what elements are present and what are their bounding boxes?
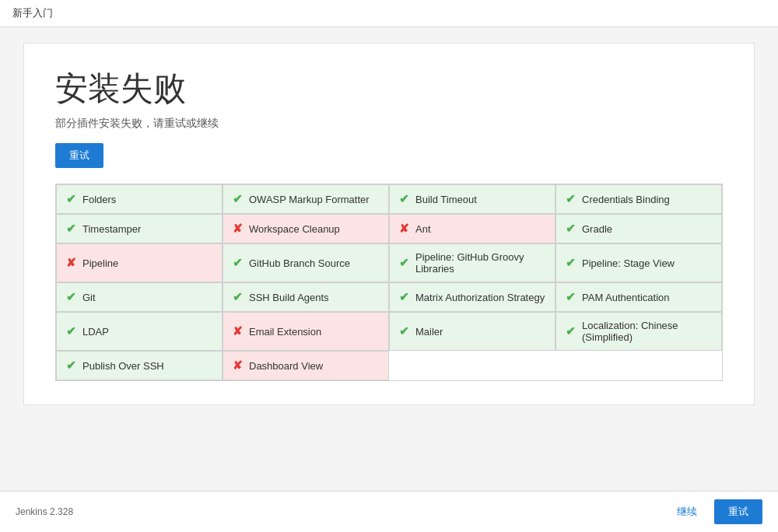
plugin-cell: ✘Ant <box>389 214 555 243</box>
plugin-name: SSH Build Agents <box>249 292 329 303</box>
plugin-cell: ✘Workspace Cleanup <box>223 214 389 243</box>
plugin-name: Folders <box>82 194 116 205</box>
plugin-cell: ✔LDAP <box>56 312 223 351</box>
plugin-name: Pipeline: GitHub Groovy Libraries <box>415 251 545 275</box>
cross-icon: ✘ <box>233 359 243 373</box>
plugin-name: OWASP Markup Formatter <box>249 194 370 205</box>
plugin-cell: ✔GitHub Branch Source <box>223 243 389 282</box>
check-icon: ✔ <box>566 192 576 206</box>
plugin-cell: ✔Matrix Authorization Strategy <box>389 282 555 312</box>
plugin-name: Localization: Chinese (Simplified) <box>582 320 712 343</box>
cross-icon: ✘ <box>399 222 409 236</box>
plugin-name: Pipeline: Stage View <box>582 257 675 269</box>
plugin-cell: ✔Credentials Binding <box>555 184 722 214</box>
plugin-cell: ✔Mailer <box>389 312 555 351</box>
plugin-cell: ✔Build Timeout <box>389 184 555 214</box>
plugin-cell: ✔Publish Over SSH <box>56 351 223 380</box>
plugin-name: Gradle <box>582 223 612 235</box>
check-icon: ✔ <box>66 359 76 373</box>
cross-icon: ✘ <box>66 256 76 270</box>
plugin-name: Build Timeout <box>415 194 477 205</box>
plugin-name: Ant <box>415 223 431 235</box>
page-title: 安装失败 <box>55 67 723 110</box>
plugin-cell: ✔SSH Build Agents <box>223 282 389 312</box>
check-icon: ✔ <box>66 290 76 304</box>
plugin-cell: ✔PAM Authentication <box>555 282 722 312</box>
top-bar-label: 新手入门 <box>12 7 53 19</box>
check-icon: ✔ <box>399 290 409 304</box>
check-icon: ✔ <box>566 222 576 236</box>
plugin-grid: ✔Folders✔OWASP Markup Formatter✔Build Ti… <box>55 184 723 381</box>
main-content: 安装失败 部分插件安装失败，请重试或继续 重试 ✔Folders✔OWASP M… <box>23 43 755 405</box>
check-icon: ✔ <box>66 222 76 236</box>
plugin-cell: ✘Pipeline <box>56 243 223 282</box>
retry-button-top[interactable]: 重试 <box>55 143 103 168</box>
plugin-name: Workspace Cleanup <box>249 223 340 235</box>
check-icon: ✔ <box>399 256 409 270</box>
top-bar: 新手入门 <box>0 0 778 27</box>
plugin-name: Matrix Authorization Strategy <box>415 292 545 303</box>
plugin-name: GitHub Branch Source <box>249 257 350 269</box>
check-icon: ✔ <box>66 324 76 338</box>
page-subtitle: 部分插件安装失败，请重试或继续 <box>55 117 723 131</box>
check-icon: ✔ <box>233 192 243 206</box>
plugin-cell: ✔Localization: Chinese (Simplified) <box>555 312 722 351</box>
check-icon: ✔ <box>233 256 243 270</box>
plugin-cell: ✔OWASP Markup Formatter <box>223 184 389 214</box>
plugin-cell: ✘Dashboard View <box>223 351 389 380</box>
plugin-cell: ✔Folders <box>56 184 223 214</box>
plugin-cell: ✔Timestamper <box>56 214 223 243</box>
plugin-name: Publish Over SSH <box>82 360 164 372</box>
plugin-name: Dashboard View <box>249 360 323 372</box>
check-icon: ✔ <box>566 290 576 304</box>
check-icon: ✔ <box>399 192 409 206</box>
plugin-name: Pipeline <box>82 257 118 269</box>
check-icon: ✔ <box>233 290 243 304</box>
cross-icon: ✘ <box>233 222 243 236</box>
plugin-name: Credentials Binding <box>582 194 670 205</box>
check-icon: ✔ <box>66 192 76 206</box>
plugin-cell: ✔Pipeline: Stage View <box>555 243 722 282</box>
plugin-name: Git <box>82 292 96 303</box>
check-icon: ✔ <box>399 324 409 338</box>
plugin-name: Mailer <box>415 326 443 338</box>
check-icon: ✔ <box>566 256 576 270</box>
cross-icon: ✘ <box>233 324 243 338</box>
plugin-name: Timestamper <box>82 223 141 235</box>
plugin-cell: ✔Pipeline: GitHub Groovy Libraries <box>389 243 555 282</box>
plugin-cell: ✔Gradle <box>555 214 722 243</box>
plugin-cell: ✔Git <box>56 282 223 312</box>
plugin-name: LDAP <box>82 326 109 338</box>
plugin-cell: ✘Email Extension <box>223 312 389 351</box>
check-icon: ✔ <box>566 324 576 338</box>
plugin-name: PAM Authentication <box>582 292 670 303</box>
plugin-name: Email Extension <box>249 326 321 338</box>
